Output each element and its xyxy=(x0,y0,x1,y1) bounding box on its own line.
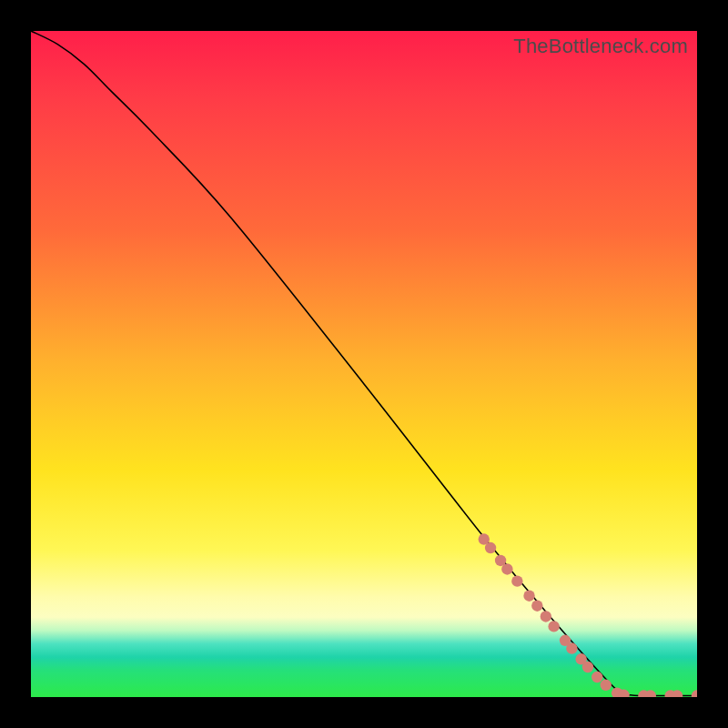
highlight-markers xyxy=(479,533,697,697)
marker-dot xyxy=(692,690,697,697)
chart-stage: TheBottleneck.com xyxy=(0,0,728,728)
marker-dot xyxy=(566,642,577,653)
chart-svg xyxy=(31,31,697,697)
bottleneck-curve xyxy=(31,31,697,697)
marker-dot xyxy=(501,563,512,574)
marker-dot xyxy=(531,601,542,612)
marker-dot xyxy=(511,575,522,586)
marker-dot xyxy=(548,621,559,632)
marker-dot xyxy=(601,680,612,691)
marker-dot xyxy=(523,591,534,602)
marker-dot xyxy=(485,542,496,553)
marker-dot xyxy=(541,611,551,622)
marker-dot xyxy=(592,672,602,682)
marker-dot xyxy=(582,662,593,672)
plot-area: TheBottleneck.com xyxy=(31,31,697,697)
